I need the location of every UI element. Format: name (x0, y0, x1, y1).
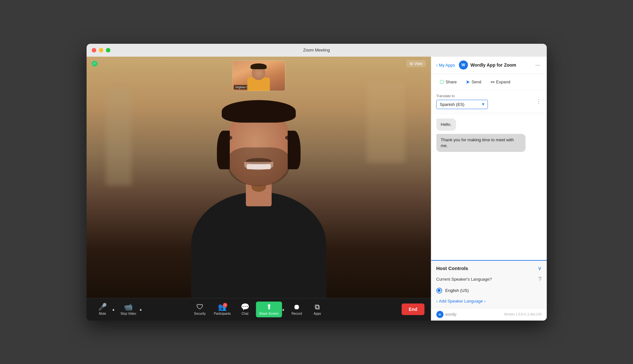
main-video-bg (87, 57, 431, 298)
translate-control: Translate to Spanish (ES) French (FR) Ge… (436, 94, 488, 109)
plus-icon: › (436, 299, 438, 303)
share-screen-caret[interactable]: ▲ (281, 308, 286, 311)
toolbar-right: End (402, 303, 424, 315)
mic-icon: 🎤 (98, 303, 107, 311)
expand-icon: ⇔ (490, 79, 495, 85)
titlebar: Zoom Meeting (87, 44, 547, 57)
help-icon[interactable]: ? (538, 276, 541, 283)
radio-inner (438, 289, 441, 292)
share-screen-group: ⬆ Share Screen ▲ (256, 302, 286, 317)
panel-more-button[interactable]: ··· (534, 61, 541, 70)
speaker-language-row: Current Speaker's Language? ? (431, 276, 547, 286)
radio-english-us[interactable] (436, 288, 442, 294)
window-title: Zoom Meeting (303, 48, 330, 52)
thumbnail-bg: Virginia Carpal (232, 61, 285, 91)
apps-icon: ⧉ (315, 303, 320, 311)
wordly-app-icon: W (459, 61, 468, 70)
participants-count-badge: 2 (223, 303, 227, 307)
language-select-wrap: Spanish (ES) French (FR) German (DE) Por… (436, 100, 488, 109)
participants-button[interactable]: 👥 2 Participants (211, 302, 234, 317)
send-icon: ➤ (466, 79, 470, 85)
end-button[interactable]: End (402, 303, 424, 315)
english-us-label: English (US) (445, 288, 469, 293)
maximize-button[interactable] (106, 48, 110, 52)
wordly-logo-icon: w (436, 311, 443, 318)
chat-icon: 💬 (241, 303, 249, 311)
translate-more-button[interactable]: ⋮ (536, 98, 542, 105)
messages-area: Hello. Thank you for making time to meet… (431, 113, 547, 260)
translate-area: Translate to Spanish (ES) French (FR) Ge… (431, 90, 547, 113)
share-action-button[interactable]: ⬡ Share (436, 77, 460, 87)
chat-button[interactable]: 💬 Chat (235, 302, 255, 317)
side-panel: ‹ My Apps W Wordly App for Zoom ··· ⬡ Sh… (431, 57, 547, 321)
speaker-language-label: Current Speaker's Language? (436, 277, 492, 282)
back-link[interactable]: ‹ My Apps (436, 63, 455, 68)
connection-indicator: ✓ (92, 61, 98, 67)
grid-icon: ⊞ (410, 61, 413, 66)
record-icon: ⏺ (293, 303, 300, 311)
video-caret[interactable]: ▲ (138, 308, 143, 311)
panel-footer: w wordly Version 1.0.0-rc.1-dev.143 (431, 308, 547, 321)
window-controls (92, 48, 110, 52)
add-speaker-language-button[interactable]: › Add Speaker Language › (431, 297, 547, 308)
expand-action-button[interactable]: ⇔ Expand (487, 77, 514, 87)
shield-icon: 🛡 (196, 303, 203, 311)
stop-video-button[interactable]: 📹 Stop Video (117, 302, 139, 317)
zoom-window: Zoom Meeting ✓ ⊞ View (87, 44, 547, 321)
participants-icon-wrap: 👥 2 (218, 303, 227, 311)
message-2: Thank you for making time to meet with m… (436, 134, 526, 152)
mute-caret[interactable]: ▲ (111, 308, 116, 311)
minimize-button[interactable] (99, 48, 103, 52)
language-select[interactable]: Spanish (ES) French (FR) German (DE) Por… (436, 100, 488, 109)
main-video (87, 57, 431, 298)
chevron-left-icon: ‹ (436, 63, 438, 68)
host-controls-section: Host Controls ∨ Current Speaker's Langua… (431, 260, 547, 308)
panel-app-name: Wordly App for Zoom (470, 62, 516, 68)
chevron-right-icon: › (484, 299, 485, 303)
video-area: ✓ ⊞ View V (87, 57, 431, 321)
close-button[interactable] (92, 48, 96, 52)
wordly-logo: w wordly (436, 311, 457, 318)
main-content: ✓ ⊞ View V (87, 57, 547, 321)
record-button[interactable]: ⏺ Record (287, 302, 306, 317)
share-icon: ⬡ (440, 79, 444, 85)
host-controls-header[interactable]: Host Controls ∨ (431, 261, 547, 276)
toolbar-center: 🛡 Security 👥 2 Participants 💬 Chat (190, 302, 327, 317)
panel-actions: ⬡ Share ➤ Send ⇔ Expand (431, 74, 547, 90)
apps-button[interactable]: ⧉ Apps (308, 302, 327, 317)
panel-nav: ‹ My Apps (436, 63, 455, 68)
video-group: 📹 Stop Video ▲ (117, 302, 143, 317)
share-screen-icon: ⬆ (266, 303, 272, 311)
send-action-button[interactable]: ➤ Send (462, 77, 484, 87)
thumbnail-video: Virginia Carpal (232, 61, 285, 91)
video-icon: 📹 (124, 303, 133, 311)
message-1: Hello. (436, 118, 456, 131)
view-button[interactable]: ⊞ View (406, 60, 426, 67)
panel-title-area: W Wordly App for Zoom (459, 61, 534, 70)
mute-group: 🎤 Mute ▲ (93, 302, 116, 317)
toolbar: 🎤 Mute ▲ 📹 Stop Video ▲ (87, 298, 431, 321)
security-button[interactable]: 🛡 Security (190, 302, 209, 317)
wordly-logo-text: wordly (445, 312, 457, 317)
share-screen-button[interactable]: ⬆ Share Screen (256, 302, 282, 317)
host-controls-chevron-icon: ∨ (538, 265, 542, 271)
host-controls-title: Host Controls (436, 266, 468, 271)
mute-button[interactable]: 🎤 Mute (93, 302, 112, 317)
panel-header: ‹ My Apps W Wordly App for Zoom ··· (431, 57, 547, 74)
toolbar-left: 🎤 Mute ▲ 📹 Stop Video ▲ (93, 302, 144, 317)
language-option-row[interactable]: English (US) (431, 286, 547, 297)
translate-to-label: Translate to (436, 94, 488, 98)
version-label: Version 1.0.0-rc.1-dev.143 (504, 313, 542, 316)
